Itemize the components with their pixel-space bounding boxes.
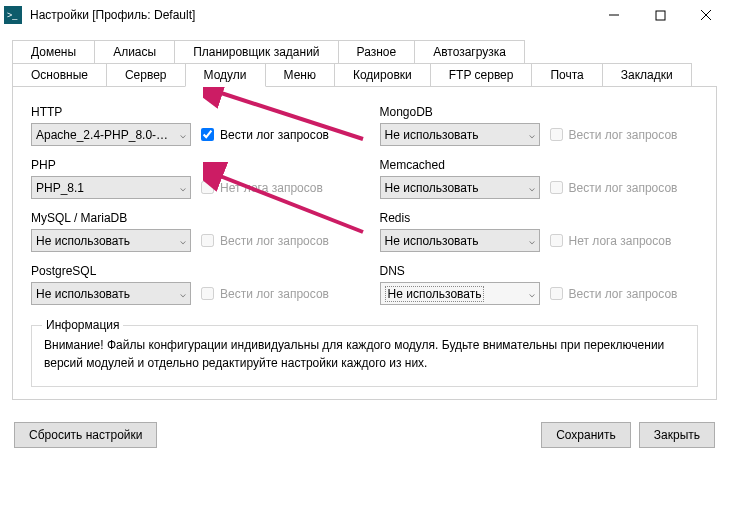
- tab-server[interactable]: Сервер: [106, 63, 186, 87]
- chk-php-log-input: [201, 181, 214, 194]
- combo-mongodb[interactable]: Не использовать ⌵: [380, 123, 540, 146]
- tabs: Домены Алиасы Планировщик заданий Разное…: [12, 40, 717, 400]
- combo-php-value: PHP_8.1: [36, 181, 84, 195]
- label-redis: Redis: [380, 211, 699, 225]
- tab-scheduler[interactable]: Планировщик заданий: [174, 40, 338, 64]
- chk-mysql-log-input: [201, 234, 214, 247]
- field-mysql: MySQL / MariaDB Не использовать ⌵ Вести …: [31, 211, 350, 252]
- reset-button[interactable]: Сбросить настройки: [14, 422, 157, 448]
- chk-mysql-log-label: Вести лог запросов: [220, 234, 329, 248]
- tab-ftp[interactable]: FTP сервер: [430, 63, 533, 87]
- combo-http-value: Apache_2.4-PHP_8.0-…: [36, 128, 168, 142]
- chk-http-log[interactable]: Вести лог запросов: [201, 128, 329, 142]
- field-dns: DNS Не использовать ⌵ Вести лог запросов: [380, 264, 699, 305]
- close-button[interactable]: Закрыть: [639, 422, 715, 448]
- field-redis: Redis Не использовать ⌵ Нет лога запросо…: [380, 211, 699, 252]
- chk-php-log: Нет лога запросов: [201, 181, 323, 195]
- field-mongodb: MongoDB Не использовать ⌵ Вести лог запр…: [380, 105, 699, 146]
- close-window-button[interactable]: [683, 0, 729, 30]
- chk-dns-log-input: [550, 287, 563, 300]
- chk-mongodb-log-input: [550, 128, 563, 141]
- label-memcached: Memcached: [380, 158, 699, 172]
- combo-dns-value: Не использовать: [385, 286, 485, 302]
- svg-text:>_: >_: [7, 10, 18, 20]
- combo-mysql-value: Не использовать: [36, 234, 130, 248]
- chevron-down-icon: ⌵: [176, 129, 186, 140]
- combo-memcached-value: Не использовать: [385, 181, 479, 195]
- chk-postgres-log-label: Вести лог запросов: [220, 287, 329, 301]
- label-postgres: PostgreSQL: [31, 264, 350, 278]
- chevron-down-icon: ⌵: [525, 288, 535, 299]
- field-http: HTTP Apache_2.4-PHP_8.0-… ⌵ Вести лог за…: [31, 105, 350, 146]
- minimize-button[interactable]: [591, 0, 637, 30]
- tab-main[interactable]: Основные: [12, 63, 107, 87]
- combo-mongodb-value: Не использовать: [385, 128, 479, 142]
- tab-autoload[interactable]: Автозагрузка: [414, 40, 525, 64]
- chevron-down-icon: ⌵: [525, 182, 535, 193]
- tab-mail[interactable]: Почта: [531, 63, 602, 87]
- label-mongodb: MongoDB: [380, 105, 699, 119]
- footer: Сбросить настройки Сохранить Закрыть: [0, 410, 729, 458]
- tab-aliases[interactable]: Алиасы: [94, 40, 175, 64]
- label-dns: DNS: [380, 264, 699, 278]
- chk-mongodb-log: Вести лог запросов: [550, 128, 678, 142]
- maximize-button[interactable]: [637, 0, 683, 30]
- label-http: HTTP: [31, 105, 350, 119]
- chk-postgres-log: Вести лог запросов: [201, 287, 329, 301]
- chk-http-log-input[interactable]: [201, 128, 214, 141]
- chk-postgres-log-input: [201, 287, 214, 300]
- chk-mongodb-log-label: Вести лог запросов: [569, 128, 678, 142]
- chevron-down-icon: ⌵: [176, 288, 186, 299]
- combo-redis[interactable]: Не использовать ⌵: [380, 229, 540, 252]
- window-title: Настройки [Профиль: Default]: [30, 8, 591, 22]
- combo-redis-value: Не использовать: [385, 234, 479, 248]
- chk-redis-log: Нет лога запросов: [550, 234, 672, 248]
- tab-menu[interactable]: Меню: [265, 63, 335, 87]
- app-icon: >_: [4, 6, 22, 24]
- combo-postgres-value: Не использовать: [36, 287, 130, 301]
- info-legend: Информация: [42, 318, 123, 332]
- label-mysql: MySQL / MariaDB: [31, 211, 350, 225]
- chk-redis-log-input: [550, 234, 563, 247]
- tab-bookmarks[interactable]: Закладки: [602, 63, 692, 87]
- chk-mysql-log: Вести лог запросов: [201, 234, 329, 248]
- chevron-down-icon: ⌵: [176, 182, 186, 193]
- maximize-icon: [655, 10, 666, 21]
- info-fieldset: Информация Внимание! Файлы конфигурации …: [31, 325, 698, 387]
- combo-memcached[interactable]: Не использовать ⌵: [380, 176, 540, 199]
- chk-memcached-log-label: Вести лог запросов: [569, 181, 678, 195]
- field-memcached: Memcached Не использовать ⌵ Вести лог за…: [380, 158, 699, 199]
- tab-panel-modules: HTTP Apache_2.4-PHP_8.0-… ⌵ Вести лог за…: [12, 86, 717, 400]
- svg-rect-2: [656, 11, 665, 20]
- chevron-down-icon: ⌵: [176, 235, 186, 246]
- combo-postgres[interactable]: Не использовать ⌵: [31, 282, 191, 305]
- chk-http-log-label: Вести лог запросов: [220, 128, 329, 142]
- chk-memcached-log-input: [550, 181, 563, 194]
- tab-encodings[interactable]: Кодировки: [334, 63, 431, 87]
- chk-dns-log-label: Вести лог запросов: [569, 287, 678, 301]
- field-php: PHP PHP_8.1 ⌵ Нет лога запросов: [31, 158, 350, 199]
- combo-php[interactable]: PHP_8.1 ⌵: [31, 176, 191, 199]
- chk-redis-log-label: Нет лога запросов: [569, 234, 672, 248]
- tab-domains[interactable]: Домены: [12, 40, 95, 64]
- minimize-icon: [608, 9, 620, 21]
- tab-modules[interactable]: Модули: [185, 63, 266, 87]
- field-postgres: PostgreSQL Не использовать ⌵ Вести лог з…: [31, 264, 350, 305]
- combo-dns[interactable]: Не использовать ⌵: [380, 282, 540, 305]
- close-icon: [700, 9, 712, 21]
- combo-mysql[interactable]: Не использовать ⌵: [31, 229, 191, 252]
- chevron-down-icon: ⌵: [525, 129, 535, 140]
- save-button[interactable]: Сохранить: [541, 422, 631, 448]
- chk-php-log-label: Нет лога запросов: [220, 181, 323, 195]
- chk-memcached-log: Вести лог запросов: [550, 181, 678, 195]
- combo-http[interactable]: Apache_2.4-PHP_8.0-… ⌵: [31, 123, 191, 146]
- chevron-down-icon: ⌵: [525, 235, 535, 246]
- label-php: PHP: [31, 158, 350, 172]
- chk-dns-log: Вести лог запросов: [550, 287, 678, 301]
- info-text: Внимание! Файлы конфигурации индивидуаль…: [44, 336, 685, 372]
- tab-misc[interactable]: Разное: [338, 40, 416, 64]
- titlebar: >_ Настройки [Профиль: Default]: [0, 0, 729, 30]
